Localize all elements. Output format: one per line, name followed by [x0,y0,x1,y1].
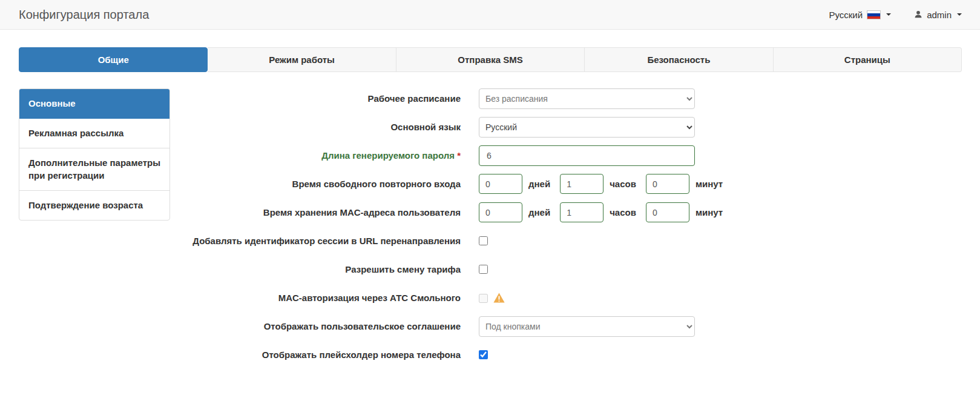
show-user-agreement-label: Отображать пользовательское соглашение [182,316,461,333]
password-length-label: Длина генерируемого пароля * [182,145,461,162]
header-actions: Русский admin [829,10,962,20]
session-id-url-label: Добавлять идентификатор сессии в URL пер… [182,231,461,247]
mac-storage-hours-input[interactable] [560,202,603,222]
main-language-select[interactable]: Русский [479,117,695,138]
hours-unit-label: часов [610,179,636,189]
show-phone-placeholder-checkbox[interactable] [479,350,488,359]
mac-storage-days-input[interactable] [479,202,522,222]
tab-work-mode[interactable]: Режим работы [208,47,396,72]
user-menu[interactable]: admin [914,10,962,20]
user-icon [914,10,922,19]
russia-flag-icon [867,10,881,19]
form-row: Отображать плейсхолдер номера телефона [182,345,962,365]
mac-storage-time-label: Время хранения MAC-адреса пользователя [182,202,461,219]
form-row: Добавлять идентификатор сессии в URL пер… [182,231,962,251]
tab-bar: Общие Режим работы Отправка SMS Безопасн… [19,47,962,72]
required-asterisk: * [457,150,461,161]
sidebar-item-main[interactable]: Основные [19,89,169,119]
portal-config-panel: Общие Режим работы Отправка SMS Безопасн… [0,30,980,373]
settings-sidebar: Основные Рекламная рассылка Дополнительн… [19,88,170,221]
language-label: Русский [829,10,863,20]
mac-auth-ats-label: MAC-авторизация через АТС Смольного [182,288,461,304]
mac-auth-ats-checkbox [479,294,488,303]
session-id-url-checkbox[interactable] [479,236,488,245]
form-row: Время свободного повторного входа дней ч… [182,174,962,194]
form-row: Основной язык Русский [182,117,962,138]
tab-general[interactable]: Общие [19,47,208,72]
form-row: MAC-авторизация через АТС Смольного [182,288,962,308]
form-row: Отображать пользовательское соглашение П… [182,316,962,337]
schedule-label: Рабочее расписание [182,88,461,105]
days-unit-label: дней [528,207,550,217]
free-reentry-days-input[interactable] [479,174,522,194]
password-length-input[interactable] [479,145,695,166]
form-row: Длина генерируемого пароля * [182,145,962,166]
form-row: Разрешить смену тарифа [182,259,962,280]
form-row: Рабочее расписание Без расписания [182,88,962,109]
tab-pages[interactable]: Страницы [774,47,962,72]
tab-sms-sending[interactable]: Отправка SMS [396,47,585,72]
free-reentry-hours-input[interactable] [560,174,603,194]
free-reentry-time-label: Время свободного повторного входа [182,174,461,190]
language-selector[interactable]: Русский [829,10,891,20]
sidebar-item-age-confirmation[interactable]: Подтверждение возраста [19,191,169,220]
main-language-label: Основной язык [182,117,461,133]
general-settings-form: Рабочее расписание Без расписания Основн… [170,88,962,373]
minutes-unit-label: минут [696,207,723,217]
tab-security[interactable]: Безопасность [585,47,773,72]
allow-tariff-change-checkbox[interactable] [479,265,488,274]
main-area: Основные Рекламная рассылка Дополнительн… [19,88,962,373]
allow-tariff-change-label: Разрешить смену тарифа [182,259,461,276]
user-name: admin [927,10,952,20]
sidebar-item-ad-mailing[interactable]: Рекламная рассылка [19,119,169,148]
sidebar-item-extra-registration-params[interactable]: Дополнительные параметры при регистрации [19,148,169,191]
minutes-unit-label: минут [696,179,723,189]
free-reentry-minutes-input[interactable] [646,174,689,194]
show-user-agreement-select[interactable]: Под кнопками [479,316,695,337]
caret-down-icon [957,13,962,16]
mac-storage-minutes-input[interactable] [646,202,689,222]
days-unit-label: дней [528,179,550,189]
form-row: Время хранения MAC-адреса пользователя д… [182,202,962,223]
top-header: Конфигурация портала Русский admi [0,0,980,30]
warning-triangle-icon [493,293,505,303]
hours-unit-label: часов [610,207,636,217]
schedule-select[interactable]: Без расписания [479,88,695,109]
show-phone-placeholder-label: Отображать плейсхолдер номера телефона [182,345,461,361]
caret-down-icon [886,13,891,16]
page-title: Конфигурация портала [19,8,149,22]
